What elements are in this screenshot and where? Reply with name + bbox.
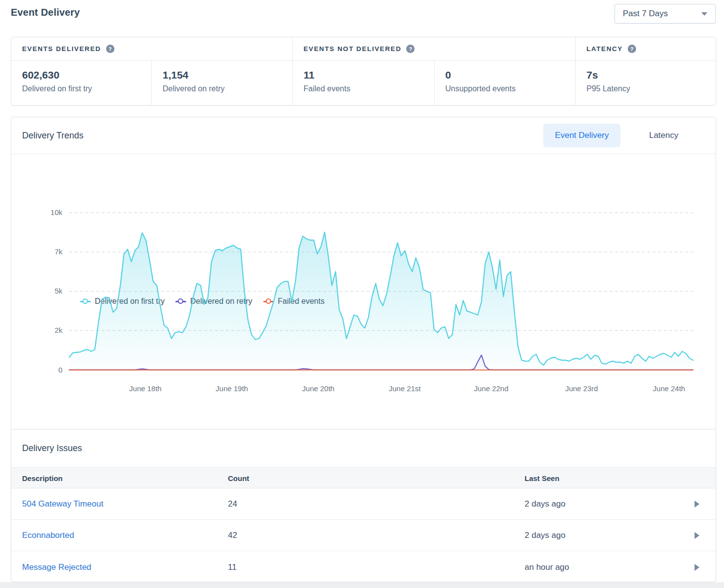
x-axis-tick: June 22nd: [462, 384, 521, 393]
table-row: Message Rejected 11 an hour ago: [11, 551, 716, 583]
stats-group-title: LATENCY: [586, 45, 623, 53]
stats-group-header: EVENTS DELIVERED: [11, 37, 292, 61]
issue-count: 24: [228, 499, 237, 509]
stats-group-body: 7s P95 Latency: [576, 61, 716, 106]
issue-last-seen: an hour ago: [525, 562, 569, 572]
help-icon[interactable]: [106, 45, 114, 53]
delivery-trends-header: Delivery Trends Event Delivery Latency: [11, 117, 716, 154]
y-axis-tick: 0: [41, 366, 62, 374]
issue-description-link[interactable]: 504 Gateway Timeout: [22, 499, 103, 509]
stats-group-latency: LATENCY 7s P95 Latency: [575, 37, 716, 105]
metric-value: 7s: [586, 69, 630, 81]
metric-delivered-retry: 1,154 Delivered on retry: [151, 61, 292, 106]
time-range-value: Past 7 Days: [623, 9, 668, 19]
tab-label: Latency: [649, 131, 678, 140]
column-header-last-seen: Last Seen: [525, 474, 559, 482]
issue-last-seen: 2 days ago: [525, 499, 565, 509]
stats-group-header: LATENCY: [576, 37, 716, 61]
trends-chart-svg: [69, 213, 693, 372]
series-area-0: [69, 232, 693, 370]
metric-value: 11: [304, 69, 434, 81]
metric-label: P95 Latency: [586, 84, 630, 93]
y-axis-tick: 7k: [41, 247, 62, 256]
metric-unsupported-events: 0 Unsupported events: [434, 61, 576, 106]
delivery-trends-title: Delivery Trends: [22, 131, 84, 141]
x-axis-tick: June 20th: [289, 384, 348, 393]
trends-tabs: Event Delivery Latency: [543, 124, 690, 147]
time-range-dropdown[interactable]: Past 7 Days: [614, 4, 716, 24]
metric-label: Failed events: [304, 84, 434, 93]
x-axis-tick: June 19th: [202, 384, 261, 393]
delivery-issues-card: Delivery Issues Description Count Last S…: [11, 429, 716, 582]
metric-label: Delivered on retry: [163, 84, 292, 93]
stats-group-events-not-delivered: EVENTS NOT DELIVERED 11 Failed events 0 …: [292, 37, 575, 105]
chevron-right-icon[interactable]: [695, 532, 699, 539]
help-icon[interactable]: [628, 45, 636, 53]
stats-group-title: EVENTS NOT DELIVERED: [304, 45, 401, 53]
tab-event-delivery[interactable]: Event Delivery: [543, 124, 621, 147]
column-header-count: Count: [228, 474, 249, 482]
issue-last-seen: 2 days ago: [525, 531, 565, 540]
y-axis-tick: 10k: [41, 208, 62, 216]
page-background-strip: [0, 582, 724, 588]
stats-group-body: 602,630 Delivered on first try 1,154 Del…: [11, 61, 292, 106]
stats-group-header: EVENTS NOT DELIVERED: [293, 37, 575, 61]
delivery-trends-card: Delivery Trends Event Delivery Latency D…: [11, 117, 716, 429]
event-delivery-page: Event Delivery Past 7 Days EVENTS DELIVE…: [0, 0, 724, 588]
tab-label: Event Delivery: [555, 131, 609, 140]
metric-value: 0: [446, 69, 576, 81]
column-header-description: Description: [22, 474, 63, 482]
metric-label: Unsupported events: [446, 84, 576, 93]
issue-description-link[interactable]: Econnaborted: [22, 531, 74, 540]
delivery-issues-title: Delivery Issues: [22, 443, 82, 454]
metric-label: Delivered on first try: [22, 84, 151, 93]
x-axis-tick: June 24th: [640, 384, 698, 393]
trends-chart-plot: 10k 7k 5k 2k 0 June 18th June 19th June …: [69, 213, 693, 370]
metric-delivered-first-try: 602,630 Delivered on first try: [11, 61, 151, 106]
stats-summary-card: EVENTS DELIVERED 602,630 Delivered on fi…: [11, 37, 716, 106]
x-axis-tick: June 18th: [116, 384, 175, 393]
metric-value: 602,630: [22, 69, 151, 81]
issue-description-link[interactable]: Message Rejected: [22, 562, 91, 572]
help-icon[interactable]: [406, 45, 415, 53]
issues-table-body: 504 Gateway Timeout 24 2 days ago Econna…: [11, 488, 716, 583]
x-axis-tick: June 21st: [375, 384, 434, 393]
stats-group-body: 11 Failed events 0 Unsupported events: [293, 61, 575, 106]
chevron-down-icon: [701, 12, 707, 16]
table-row: 504 Gateway Timeout 24 2 days ago: [11, 488, 716, 520]
x-axis-tick: June 23rd: [552, 384, 611, 393]
issue-count: 11: [228, 562, 237, 572]
issue-count: 42: [228, 531, 237, 540]
tab-latency[interactable]: Latency: [637, 124, 690, 147]
metric-value: 1,154: [163, 69, 292, 81]
y-axis-tick: 2k: [41, 326, 62, 334]
stats-group-title: EVENTS DELIVERED: [22, 45, 101, 53]
table-row: Econnaborted 42 2 days ago: [11, 520, 716, 551]
metric-failed-events: 11 Failed events: [293, 61, 434, 106]
chevron-right-icon[interactable]: [695, 501, 699, 508]
page-title: Event Delivery: [11, 7, 80, 18]
stats-group-events-delivered: EVENTS DELIVERED 602,630 Delivered on fi…: [11, 37, 292, 105]
chevron-right-icon[interactable]: [695, 564, 699, 571]
issues-table-header: Description Count Last Seen: [11, 467, 716, 488]
metric-p95-latency: 7s P95 Latency: [576, 61, 630, 106]
y-axis-tick: 5k: [41, 287, 62, 295]
